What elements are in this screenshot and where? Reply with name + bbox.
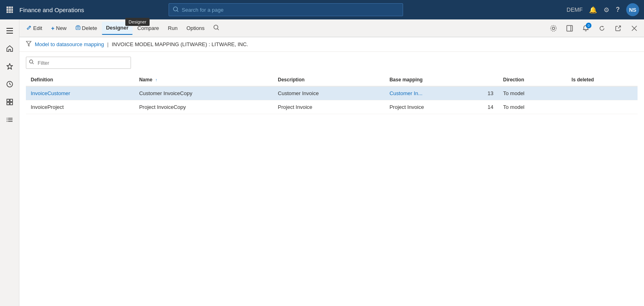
grid-icon[interactable] xyxy=(5,5,15,15)
filter-input[interactable] xyxy=(26,57,131,69)
row2-name: Project InvoiceCopy xyxy=(134,100,273,114)
svg-rect-0 xyxy=(6,6,8,8)
delete-button[interactable]: Delete xyxy=(72,22,101,35)
sidebar-workspaces[interactable] xyxy=(2,94,18,110)
sidebar-favorites[interactable] xyxy=(2,58,18,74)
close-icon[interactable] xyxy=(628,22,641,35)
svg-rect-17 xyxy=(7,99,9,102)
search-input[interactable] xyxy=(182,7,399,13)
filter-wrap xyxy=(26,57,131,69)
table-header: Definition Name ↑ Description Base mappi… xyxy=(26,74,638,86)
edit-button[interactable]: Edit xyxy=(23,22,46,35)
row1-base-mapping[interactable]: Customer In... xyxy=(384,86,482,100)
personalize-icon[interactable] xyxy=(547,22,560,35)
col-description: Description xyxy=(273,74,384,86)
sort-asc-icon: ↑ xyxy=(155,78,157,82)
bell-icon[interactable]: 🔔 xyxy=(589,6,597,14)
svg-rect-2 xyxy=(11,6,13,8)
plus-icon: + xyxy=(51,25,54,32)
svg-rect-19 xyxy=(7,102,9,105)
notification-icon[interactable]: 0 xyxy=(579,22,592,35)
row1-definition[interactable]: InvoiceCustomer xyxy=(26,86,134,100)
main-content: Edit + New Delete Designer xyxy=(19,19,644,306)
table-row[interactable]: InvoiceCustomer Customer InvoiceCopy Cus… xyxy=(26,86,638,100)
svg-rect-5 xyxy=(11,9,13,11)
search-toolbar-icon xyxy=(213,25,219,32)
svg-rect-36 xyxy=(567,26,572,31)
svg-line-33 xyxy=(217,29,219,30)
col-definition: Definition xyxy=(26,74,134,86)
col-base-mapping: Base mapping xyxy=(384,74,482,86)
svg-point-34 xyxy=(552,27,555,30)
top-right-icons: DEMF 🔔 ⚙ ? NS xyxy=(567,3,639,16)
search-icon xyxy=(173,6,179,13)
sidebar-list[interactable] xyxy=(2,112,18,128)
sidebar-recent[interactable] xyxy=(2,76,18,92)
col-direction-num xyxy=(482,74,498,86)
svg-point-25 xyxy=(6,119,7,120)
row2-description: Project Invoice xyxy=(273,100,384,114)
breadcrumb-current: INVOICE MODEL MAPPING (LITWARE) : LITWAR… xyxy=(112,41,248,47)
new-button[interactable]: + New xyxy=(47,22,70,35)
user-avatar[interactable]: NS xyxy=(626,3,639,16)
row2-direction: To model xyxy=(498,100,567,114)
settings-icon[interactable]: ⚙ xyxy=(604,6,609,14)
row2-base-mapping: Project Invoice xyxy=(384,100,482,114)
global-search-box[interactable] xyxy=(169,3,403,16)
col-is-deleted: Is deleted xyxy=(567,74,638,86)
row2-definition: InvoiceProject xyxy=(26,100,134,114)
svg-point-32 xyxy=(214,25,218,29)
panel-icon[interactable] xyxy=(563,22,576,35)
breadcrumb-bar: Model to datasource mapping | INVOICE MO… xyxy=(19,37,644,52)
run-button[interactable]: Run xyxy=(164,22,182,35)
row2-is-deleted xyxy=(567,100,638,114)
action-bar: Edit + New Delete Designer xyxy=(19,19,644,37)
main-layout: Edit + New Delete Designer xyxy=(0,19,644,306)
breadcrumb-separator: | xyxy=(107,42,108,47)
svg-point-24 xyxy=(6,118,7,119)
svg-line-39 xyxy=(618,26,621,28)
svg-line-10 xyxy=(177,11,178,12)
mapping-table: Definition Name ↑ Description Base mappi… xyxy=(26,74,638,114)
delete-icon xyxy=(76,25,80,31)
row1-name: Customer InvoiceCopy xyxy=(134,86,273,100)
svg-point-26 xyxy=(6,121,7,122)
row1-is-deleted xyxy=(567,86,638,100)
app-title: Finance and Operations xyxy=(19,6,84,13)
svg-rect-18 xyxy=(10,99,13,102)
svg-rect-29 xyxy=(76,26,80,30)
options-button[interactable]: Options xyxy=(182,22,209,35)
row1-direction: To model xyxy=(498,86,567,100)
search-toolbar-button[interactable] xyxy=(209,22,223,35)
filter-funnel-icon[interactable] xyxy=(26,41,32,48)
edit-icon xyxy=(27,25,32,31)
table-body: InvoiceCustomer Customer InvoiceCopy Cus… xyxy=(26,86,638,114)
col-direction: Direction xyxy=(498,74,567,86)
svg-point-35 xyxy=(551,26,556,31)
svg-rect-7 xyxy=(9,11,11,13)
open-new-icon[interactable] xyxy=(612,22,625,35)
table-row[interactable]: InvoiceProject Project InvoiceCopy Proje… xyxy=(26,100,638,114)
row1-direction-num: 13 xyxy=(482,86,498,100)
breadcrumb-link[interactable]: Model to datasource mapping xyxy=(35,41,104,47)
content-area: Definition Name ↑ Description Base mappi… xyxy=(19,52,644,306)
svg-point-9 xyxy=(173,7,177,11)
row1-description: Customer Invoice xyxy=(273,86,384,100)
svg-line-16 xyxy=(10,84,11,85)
help-icon[interactable]: ? xyxy=(616,6,620,13)
sidebar-home[interactable] xyxy=(2,40,18,57)
refresh-icon[interactable] xyxy=(595,22,608,35)
user-label: DEMF xyxy=(567,6,583,13)
svg-rect-28 xyxy=(77,26,79,26)
compare-button[interactable]: Compare xyxy=(133,22,163,35)
designer-button[interactable]: Designer xyxy=(102,22,133,35)
svg-rect-3 xyxy=(6,9,8,11)
svg-rect-8 xyxy=(11,11,13,13)
svg-rect-6 xyxy=(6,11,8,13)
sidebar-hamburger[interactable] xyxy=(2,23,18,39)
svg-rect-4 xyxy=(9,9,11,11)
svg-rect-20 xyxy=(10,102,13,105)
col-name[interactable]: Name ↑ xyxy=(134,74,273,86)
notification-badge: 0 xyxy=(586,23,591,28)
sidebar-nav xyxy=(0,19,19,306)
